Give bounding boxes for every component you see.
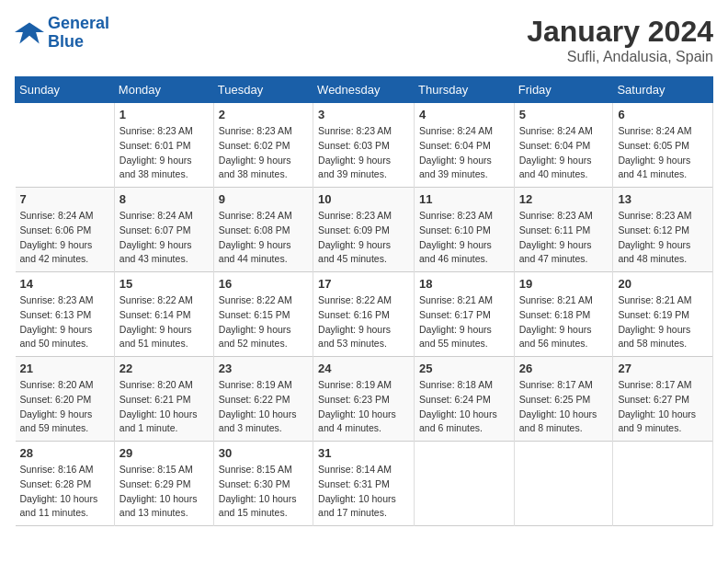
day-info: Sunrise: 8:16 AMSunset: 6:28 PMDaylight:…	[20, 463, 109, 521]
day-number: 6	[618, 108, 708, 121]
day-info: Sunrise: 8:18 AMSunset: 6:24 PMDaylight:…	[419, 378, 509, 436]
day-number: 31	[318, 446, 409, 460]
day-cell: 28Sunrise: 8:16 AMSunset: 6:28 PMDayligh…	[16, 442, 115, 526]
day-info: Sunrise: 8:21 AMSunset: 6:19 PMDaylight:…	[618, 293, 708, 351]
day-number: 12	[519, 192, 609, 206]
logo-text: General Blue	[48, 15, 109, 52]
day-cell: 15Sunrise: 8:22 AMSunset: 6:14 PMDayligh…	[114, 272, 213, 357]
day-number: 9	[219, 192, 308, 206]
day-cell: 20Sunrise: 8:21 AMSunset: 6:19 PMDayligh…	[613, 272, 713, 357]
day-info: Sunrise: 8:21 AMSunset: 6:18 PMDaylight:…	[519, 293, 609, 351]
day-cell: 5Sunrise: 8:24 AMSunset: 6:04 PMDaylight…	[514, 103, 613, 188]
day-number: 13	[618, 192, 708, 206]
day-number: 29	[119, 446, 209, 460]
day-info: Sunrise: 8:19 AMSunset: 6:22 PMDaylight:…	[219, 378, 308, 436]
header-cell-thursday: Thursday	[415, 77, 515, 103]
day-number: 2	[219, 108, 308, 121]
day-info: Sunrise: 8:19 AMSunset: 6:23 PMDaylight:…	[318, 378, 409, 436]
day-number: 8	[119, 192, 209, 206]
day-number: 19	[519, 277, 609, 291]
day-number: 3	[318, 108, 409, 121]
day-info: Sunrise: 8:23 AMSunset: 6:11 PMDaylight:…	[519, 209, 609, 267]
logo-blue: Blue	[48, 32, 84, 51]
day-cell: 10Sunrise: 8:23 AMSunset: 6:09 PMDayligh…	[313, 188, 415, 272]
header-cell-wednesday: Wednesday	[313, 77, 415, 103]
header-cell-friday: Friday	[514, 77, 613, 103]
day-number: 16	[219, 277, 308, 291]
day-cell: 6Sunrise: 8:24 AMSunset: 6:05 PMDaylight…	[613, 103, 713, 188]
day-number: 20	[618, 277, 708, 291]
day-info: Sunrise: 8:24 AMSunset: 6:04 PMDaylight:…	[419, 124, 509, 182]
calendar-table: SundayMondayTuesdayWednesdayThursdayFrid…	[15, 76, 713, 526]
day-cell	[613, 442, 713, 526]
day-number: 14	[20, 277, 109, 291]
day-number: 18	[419, 277, 509, 291]
day-info: Sunrise: 8:22 AMSunset: 6:15 PMDaylight:…	[219, 293, 308, 351]
day-info: Sunrise: 8:14 AMSunset: 6:31 PMDaylight:…	[318, 463, 409, 521]
day-number: 30	[219, 446, 308, 460]
page-header: General Blue January 2024 Sufli, Andalus…	[15, 15, 713, 65]
day-cell: 25Sunrise: 8:18 AMSunset: 6:24 PMDayligh…	[415, 357, 515, 442]
day-cell: 11Sunrise: 8:23 AMSunset: 6:10 PMDayligh…	[415, 188, 515, 272]
day-cell: 24Sunrise: 8:19 AMSunset: 6:23 PMDayligh…	[313, 357, 415, 442]
day-cell: 23Sunrise: 8:19 AMSunset: 6:22 PMDayligh…	[213, 357, 313, 442]
day-number: 7	[20, 192, 109, 206]
day-info: Sunrise: 8:24 AMSunset: 6:05 PMDaylight:…	[618, 124, 708, 182]
page-title: January 2024	[527, 15, 713, 49]
day-cell: 26Sunrise: 8:17 AMSunset: 6:25 PMDayligh…	[514, 357, 613, 442]
day-cell: 18Sunrise: 8:21 AMSunset: 6:17 PMDayligh…	[415, 272, 515, 357]
day-info: Sunrise: 8:22 AMSunset: 6:16 PMDaylight:…	[318, 293, 409, 351]
calendar-body: 1Sunrise: 8:23 AMSunset: 6:01 PMDaylight…	[16, 103, 713, 526]
day-number: 23	[219, 362, 308, 375]
day-cell: 29Sunrise: 8:15 AMSunset: 6:29 PMDayligh…	[114, 442, 213, 526]
header-row: SundayMondayTuesdayWednesdayThursdayFrid…	[16, 77, 713, 103]
week-row-0: 1Sunrise: 8:23 AMSunset: 6:01 PMDaylight…	[16, 103, 713, 188]
day-number: 10	[318, 192, 409, 206]
day-number: 5	[519, 108, 609, 121]
day-info: Sunrise: 8:23 AMSunset: 6:03 PMDaylight:…	[318, 124, 409, 182]
day-cell	[415, 442, 515, 526]
day-number: 11	[419, 192, 509, 206]
day-cell: 30Sunrise: 8:15 AMSunset: 6:30 PMDayligh…	[213, 442, 313, 526]
day-info: Sunrise: 8:23 AMSunset: 6:12 PMDaylight:…	[618, 209, 708, 267]
day-number: 24	[318, 362, 409, 375]
day-number: 4	[419, 108, 509, 121]
day-cell	[16, 103, 115, 188]
day-cell: 3Sunrise: 8:23 AMSunset: 6:03 PMDaylight…	[313, 103, 415, 188]
day-info: Sunrise: 8:17 AMSunset: 6:25 PMDaylight:…	[519, 378, 609, 436]
week-row-1: 7Sunrise: 8:24 AMSunset: 6:06 PMDaylight…	[16, 188, 713, 272]
day-info: Sunrise: 8:15 AMSunset: 6:30 PMDaylight:…	[219, 463, 308, 521]
day-cell: 19Sunrise: 8:21 AMSunset: 6:18 PMDayligh…	[514, 272, 613, 357]
day-info: Sunrise: 8:24 AMSunset: 6:07 PMDaylight:…	[119, 209, 209, 267]
day-info: Sunrise: 8:23 AMSunset: 6:02 PMDaylight:…	[219, 124, 308, 182]
calendar-header: SundayMondayTuesdayWednesdayThursdayFrid…	[16, 77, 713, 103]
day-cell: 8Sunrise: 8:24 AMSunset: 6:07 PMDaylight…	[114, 188, 213, 272]
day-cell: 13Sunrise: 8:23 AMSunset: 6:12 PMDayligh…	[613, 188, 713, 272]
week-row-3: 21Sunrise: 8:20 AMSunset: 6:20 PMDayligh…	[16, 357, 713, 442]
day-cell: 17Sunrise: 8:22 AMSunset: 6:16 PMDayligh…	[313, 272, 415, 357]
day-number: 17	[318, 277, 409, 291]
day-cell: 7Sunrise: 8:24 AMSunset: 6:06 PMDaylight…	[16, 188, 115, 272]
day-info: Sunrise: 8:24 AMSunset: 6:06 PMDaylight:…	[20, 209, 109, 267]
day-number: 1	[119, 108, 209, 121]
day-number: 26	[519, 362, 609, 375]
logo-general: General	[48, 14, 109, 32]
logo: General Blue	[15, 15, 109, 52]
day-info: Sunrise: 8:23 AMSunset: 6:13 PMDaylight:…	[20, 293, 109, 351]
header-cell-saturday: Saturday	[613, 77, 713, 103]
day-number: 21	[20, 362, 109, 375]
day-cell: 1Sunrise: 8:23 AMSunset: 6:01 PMDaylight…	[114, 103, 213, 188]
day-cell: 14Sunrise: 8:23 AMSunset: 6:13 PMDayligh…	[16, 272, 115, 357]
day-info: Sunrise: 8:23 AMSunset: 6:01 PMDaylight:…	[119, 124, 209, 182]
week-row-2: 14Sunrise: 8:23 AMSunset: 6:13 PMDayligh…	[16, 272, 713, 357]
day-info: Sunrise: 8:23 AMSunset: 6:09 PMDaylight:…	[318, 209, 409, 267]
day-info: Sunrise: 8:21 AMSunset: 6:17 PMDaylight:…	[419, 293, 509, 351]
day-cell: 31Sunrise: 8:14 AMSunset: 6:31 PMDayligh…	[313, 442, 415, 526]
day-cell: 21Sunrise: 8:20 AMSunset: 6:20 PMDayligh…	[16, 357, 115, 442]
header-cell-monday: Monday	[114, 77, 213, 103]
svg-marker-0	[15, 22, 44, 43]
day-number: 22	[119, 362, 209, 375]
day-number: 28	[20, 446, 109, 460]
day-info: Sunrise: 8:23 AMSunset: 6:10 PMDaylight:…	[419, 209, 509, 267]
day-number: 25	[419, 362, 509, 375]
